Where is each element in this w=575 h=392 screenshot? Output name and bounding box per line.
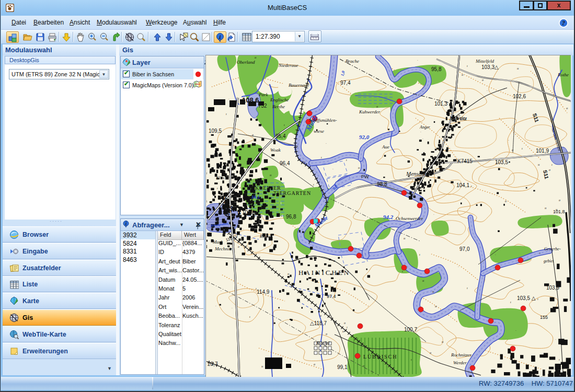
svg-text:o: o	[342, 330, 344, 333]
svg-text:10,5: 10,5	[251, 194, 260, 200]
svg-text:o: o	[238, 245, 239, 248]
svg-text:Bauernaue: Bauernaue	[289, 83, 309, 88]
svg-text:o: o	[559, 199, 560, 202]
svg-text:▲109,8: ▲109,8	[237, 210, 255, 215]
svg-text:gebiet: gebiet	[544, 259, 554, 263]
svg-text:Werder: Werder	[453, 360, 467, 365]
svg-text:ıı: ıı	[427, 166, 429, 169]
svg-text:wiese: wiese	[314, 129, 324, 134]
svg-text:95,4: 95,4	[275, 133, 286, 139]
svg-text:Gewerbe-: Gewerbe-	[544, 247, 561, 251]
svg-text:ıı: ıı	[422, 279, 424, 282]
svg-text:ıı: ıı	[462, 73, 464, 76]
svg-text:ıı: ıı	[517, 67, 519, 70]
svg-text:Mark: Mark	[212, 239, 223, 245]
svg-text:732: 732	[258, 103, 267, 109]
svg-text:o: o	[512, 148, 513, 152]
svg-text:97,4: 97,4	[327, 294, 336, 299]
svg-text:o: o	[344, 321, 346, 325]
svg-text:Aue: Aue	[382, 144, 389, 149]
svg-text:ıı: ıı	[358, 166, 360, 169]
svg-text:92,0: 92,0	[359, 134, 370, 140]
svg-text:Mechnitz: Mechnitz	[214, 246, 232, 251]
svg-text:o: o	[482, 78, 484, 82]
svg-text:Brache: Brache	[346, 59, 359, 64]
svg-text:o: o	[458, 114, 460, 117]
svg-text:100,7: 100,7	[404, 327, 417, 332]
svg-text:102,6: 102,6	[513, 94, 526, 99]
svg-text:Mittelfeld: Mittelfeld	[475, 59, 494, 64]
svg-text:ıı: ıı	[288, 272, 290, 275]
svg-text:TIERGARTEN: TIERGARTEN	[273, 190, 311, 196]
svg-text:Oberland: Oberland	[237, 60, 255, 65]
svg-text:B107.: B107.	[223, 195, 231, 213]
svg-text:94,2: 94,2	[383, 214, 394, 220]
svg-text:o: o	[505, 200, 507, 203]
svg-text:ıı: ıı	[442, 340, 444, 343]
svg-text:99,1: 99,1	[337, 364, 348, 370]
svg-text:K7415: K7415	[457, 158, 473, 164]
svg-text:104,1: 104,1	[456, 182, 469, 188]
svg-text:103,5: 103,5	[495, 159, 508, 165]
svg-text:ıı: ıı	[566, 107, 568, 110]
svg-text:△118,7: △118,7	[310, 320, 327, 326]
svg-text:97,4: 97,4	[340, 80, 351, 86]
svg-text:Niederaue: Niederaue	[278, 63, 298, 68]
svg-text:103,9: 103,9	[546, 285, 559, 291]
svg-text:PW: PW	[361, 174, 369, 179]
svg-text:109,5: 109,5	[209, 128, 222, 134]
svg-text:ıı: ıı	[255, 56, 257, 59]
svg-text:ıı: ıı	[538, 163, 540, 166]
svg-text:Ochsenwerder: Ochsenwerder	[396, 216, 423, 221]
svg-text:?: ?	[562, 19, 565, 27]
svg-text:Berthe: Berthe	[272, 104, 285, 109]
svg-text:o: o	[320, 314, 321, 317]
svg-text:LÜBBISCH: LÜBBISCH	[363, 354, 397, 360]
svg-text:o: o	[314, 363, 315, 366]
svg-text:Rochnitzer: Rochnitzer	[451, 352, 472, 358]
svg-text:o: o	[326, 332, 327, 336]
svg-text:101,8: 101,8	[553, 209, 565, 214]
svg-text:Kuhwerder: Kuhwerder	[359, 109, 381, 114]
svg-text:ıı: ıı	[432, 290, 434, 293]
svg-text:Rothe: Rothe	[557, 72, 569, 77]
svg-text:155: 155	[540, 315, 548, 320]
svg-text:98,8: 98,8	[377, 181, 387, 187]
svg-text:Rieder-: Rieder-	[259, 234, 272, 239]
svg-text:Schiffsmühlen-: Schiffsmühlen-	[309, 118, 337, 123]
svg-text:ıı: ıı	[435, 305, 437, 308]
svg-text:HAINICHEN: HAINICHEN	[298, 269, 350, 276]
svg-text:103,5 △: 103,5 △	[517, 295, 536, 301]
svg-text:Anger: Anger	[419, 125, 430, 130]
svg-text:ıı: ıı	[270, 174, 272, 177]
svg-text:Klus: Klus	[215, 175, 225, 180]
svg-text:Park: Park	[258, 92, 269, 97]
svg-text:103,3△: 103,3△	[481, 64, 499, 70]
svg-text:i: i	[220, 34, 221, 40]
svg-text:o: o	[430, 351, 431, 354]
svg-text:114,9: 114,9	[257, 289, 270, 295]
svg-text:ıı: ıı	[404, 237, 406, 240]
svg-text:Englische: Englische	[270, 97, 289, 102]
svg-text:95,8: 95,8	[431, 66, 442, 72]
svg-text:o: o	[334, 259, 335, 262]
svg-text:Woak: Woak	[270, 147, 281, 153]
svg-text:ıı: ıı	[545, 206, 547, 210]
svg-text:108,6: 108,6	[242, 96, 259, 104]
svg-text:ıı: ıı	[556, 208, 558, 211]
svg-text:ıı: ıı	[261, 365, 263, 368]
svg-text:o: o	[252, 133, 254, 136]
svg-text:KlärAnl: KlärAnl	[316, 341, 330, 345]
svg-text:o: o	[335, 322, 336, 325]
svg-text:97,0: 97,0	[459, 246, 470, 252]
svg-text:Mensdorf: Mensdorf	[406, 170, 429, 177]
svg-text:96,8: 96,8	[286, 214, 296, 220]
svg-text:20,7: 20,7	[208, 361, 218, 367]
svg-text:ıı: ıı	[304, 160, 306, 164]
svg-text:o: o	[376, 105, 378, 108]
svg-text:96,4: 96,4	[280, 160, 290, 166]
svg-text:o: o	[363, 364, 364, 367]
svg-text:101,3: 101,3	[434, 101, 447, 107]
svg-text:o: o	[549, 168, 550, 171]
